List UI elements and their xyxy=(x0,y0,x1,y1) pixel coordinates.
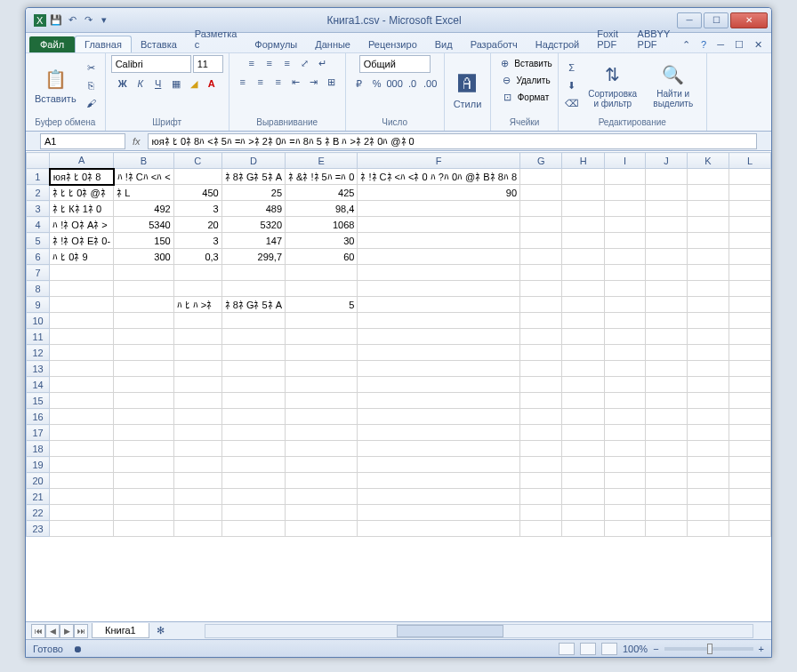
cell-H16[interactable] xyxy=(562,409,604,425)
scroll-thumb[interactable] xyxy=(397,625,503,637)
cell-H20[interactable] xyxy=(562,473,604,489)
cell-K22[interactable] xyxy=(687,505,729,521)
cell-L2[interactable] xyxy=(729,185,771,201)
col-header-A[interactable]: A xyxy=(50,153,114,169)
cell-L14[interactable] xyxy=(729,377,771,393)
cell-L7[interactable] xyxy=(729,265,771,281)
row-header-12[interactable]: 12 xyxy=(27,345,50,361)
copy-icon[interactable]: ⎘ xyxy=(84,77,100,93)
row-header-8[interactable]: 8 xyxy=(27,281,50,297)
cell-H19[interactable] xyxy=(562,457,604,473)
cell-E6[interactable]: 60 xyxy=(286,249,358,265)
cell-I17[interactable] xyxy=(604,425,645,441)
cell-I8[interactable] xyxy=(604,281,645,297)
cell-A14[interactable] xyxy=(50,377,114,393)
tab-home[interactable]: Главная xyxy=(75,36,132,52)
cell-F10[interactable] xyxy=(358,313,520,329)
row-header-13[interactable]: 13 xyxy=(27,361,50,377)
zoom-in-icon[interactable]: + xyxy=(759,644,764,654)
cell-H10[interactable] xyxy=(562,313,604,329)
cell-C16[interactable] xyxy=(173,409,221,425)
cell-J9[interactable] xyxy=(646,297,688,313)
cell-D8[interactable] xyxy=(221,281,285,297)
cell-C8[interactable] xyxy=(173,281,221,297)
cell-I20[interactable] xyxy=(604,473,645,489)
cell-D13[interactable] xyxy=(221,361,285,377)
tab-file[interactable]: Файл xyxy=(29,36,75,52)
cell-G8[interactable] xyxy=(520,281,562,297)
cell-J5[interactable] xyxy=(646,233,688,249)
row-header-19[interactable]: 19 xyxy=(27,457,50,473)
cell-I23[interactable] xyxy=(604,521,645,537)
cell-D15[interactable] xyxy=(221,393,285,409)
cell-I15[interactable] xyxy=(604,393,645,409)
cell-F13[interactable] xyxy=(358,361,520,377)
cell-C5[interactable]: 3 xyxy=(173,233,221,249)
cell-A13[interactable] xyxy=(50,361,114,377)
cell-D11[interactable] xyxy=(221,329,285,345)
bold-button[interactable]: Ж xyxy=(115,76,131,92)
indent-dec-icon[interactable]: ⇤ xyxy=(288,74,304,90)
cell-G4[interactable] xyxy=(520,217,562,233)
cell-E19[interactable] xyxy=(286,457,358,473)
cell-L20[interactable] xyxy=(729,473,771,489)
cell-G21[interactable] xyxy=(520,489,562,505)
cell-I19[interactable] xyxy=(604,457,645,473)
cell-J1[interactable] xyxy=(646,169,688,185)
row-header-11[interactable]: 11 xyxy=(27,329,50,345)
cell-A20[interactable] xyxy=(50,473,114,489)
cell-K4[interactable] xyxy=(687,217,729,233)
cell-B22[interactable] xyxy=(114,505,174,521)
cell-B16[interactable] xyxy=(114,409,174,425)
indent-inc-icon[interactable]: ⇥ xyxy=(306,74,322,90)
tab-formulas[interactable]: Формулы xyxy=(246,36,306,52)
cell-J12[interactable] xyxy=(646,345,688,361)
cell-J13[interactable] xyxy=(646,361,688,377)
align-bot-icon[interactable]: ≡ xyxy=(279,55,295,71)
cell-K23[interactable] xyxy=(687,521,729,537)
cell-H11[interactable] xyxy=(562,329,604,345)
row-header-5[interactable]: 5 xyxy=(27,233,50,249)
cell-J11[interactable] xyxy=(646,329,688,345)
align-right-icon[interactable]: ≡ xyxy=(270,74,286,90)
cell-G2[interactable] xyxy=(520,185,562,201)
cell-F11[interactable] xyxy=(358,329,520,345)
tab-insert[interactable]: Вставка xyxy=(132,36,186,52)
cell-D2[interactable]: 25 xyxy=(221,185,285,201)
cell-A19[interactable] xyxy=(50,457,114,473)
fill-icon[interactable]: ⬇ xyxy=(564,77,580,93)
cell-C19[interactable] xyxy=(173,457,221,473)
cell-E10[interactable] xyxy=(286,313,358,329)
cell-D5[interactable]: 147 xyxy=(221,233,285,249)
cell-I6[interactable] xyxy=(604,249,645,265)
cell-L17[interactable] xyxy=(729,425,771,441)
cell-G9[interactable] xyxy=(520,297,562,313)
cell-L23[interactable] xyxy=(729,521,771,537)
cell-I7[interactable] xyxy=(604,265,645,281)
row-header-7[interactable]: 7 xyxy=(27,265,50,281)
tab-data[interactable]: Данные xyxy=(306,36,359,52)
cell-D23[interactable] xyxy=(221,521,285,537)
cell-I2[interactable] xyxy=(604,185,645,201)
cell-H15[interactable] xyxy=(562,393,604,409)
cell-H6[interactable] xyxy=(562,249,604,265)
cell-C10[interactable] xyxy=(173,313,221,329)
col-header-C[interactable]: C xyxy=(173,153,221,169)
cell-B21[interactable] xyxy=(114,489,174,505)
cell-E18[interactable] xyxy=(286,441,358,457)
cell-E21[interactable] xyxy=(286,489,358,505)
cell-G15[interactable] xyxy=(520,393,562,409)
cell-H9[interactable] xyxy=(562,297,604,313)
cell-B9[interactable] xyxy=(114,297,174,313)
view-break-icon[interactable] xyxy=(601,643,617,655)
cell-E1[interactable]: ﾈ &ﾈ !ﾈ 5ﾊ =ﾊ 0 xyxy=(286,169,358,185)
cell-B15[interactable] xyxy=(114,393,174,409)
cell-A9[interactable] xyxy=(50,297,114,313)
cell-E14[interactable] xyxy=(286,377,358,393)
cell-L15[interactable] xyxy=(729,393,771,409)
cell-D20[interactable] xyxy=(221,473,285,489)
row-header-20[interactable]: 20 xyxy=(27,473,50,489)
cell-J22[interactable] xyxy=(646,505,688,521)
font-color-button[interactable]: А xyxy=(204,76,220,92)
cell-L22[interactable] xyxy=(729,505,771,521)
